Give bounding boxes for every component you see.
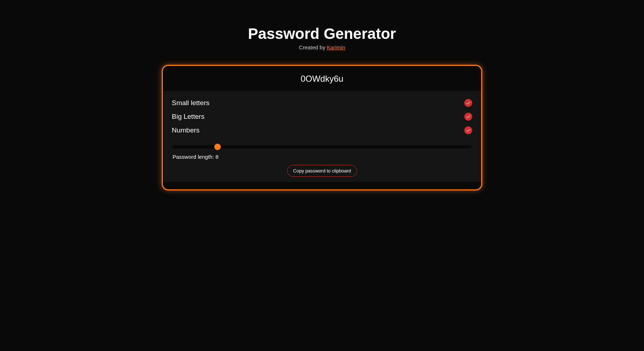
page-title: Password Generator [0,25,644,42]
length-slider[interactable] [173,145,471,149]
check-icon [466,114,471,119]
password-display: 0OWdky6u [163,70,481,87]
checkbox-numbers[interactable] [464,126,472,134]
option-row-big-letters: Big Letters [172,110,472,123]
author-link[interactable]: Karimin [327,44,345,50]
copy-button[interactable]: Copy password to clipboard [287,165,357,177]
option-label: Big Letters [172,113,205,121]
created-by-prefix: Created by [299,44,327,50]
generator-card: 0OWdky6u Small letters Big Letters Numbe… [162,65,482,190]
options-area: Small letters Big Letters Numbers Passwo… [163,91,481,182]
slider-container: Password length: 8 [172,144,472,160]
copy-button-container: Copy password to clipboard [172,165,472,177]
check-icon [466,100,471,105]
option-label: Small letters [172,99,210,107]
option-label: Numbers [172,126,200,134]
length-label: Password length: 8 [173,154,471,160]
checkbox-big-letters[interactable] [464,113,472,121]
subtitle: Created by Karimin [0,44,644,50]
check-icon [466,128,471,133]
option-row-numbers: Numbers [172,123,472,137]
option-row-small-letters: Small letters [172,96,472,110]
header: Password Generator Created by Karimin [0,0,644,65]
checkbox-small-letters[interactable] [464,99,472,107]
copied-indicator [163,87,481,89]
